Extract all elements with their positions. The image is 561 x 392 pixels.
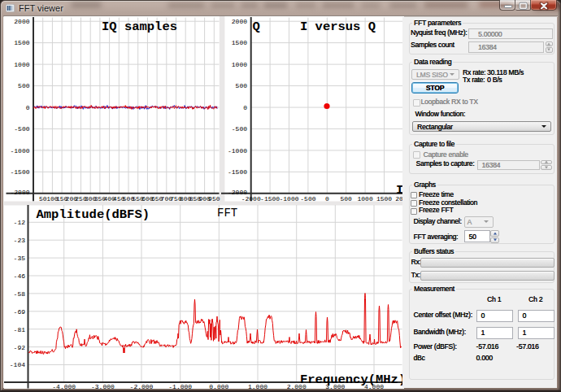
svg-text:500: 500 [340,195,352,203]
svg-text:1500: 1500 [232,39,247,46]
svg-text:-46: -46 [14,272,26,280]
svg-text:-3.000: -3.000 [91,383,115,390]
svg-text:-1.000: -1.000 [168,383,192,390]
svg-text:-1000: -1000 [279,195,298,203]
svg-text:-58: -58 [14,290,26,298]
svg-text:0: 0 [325,195,329,203]
svg-text:FFT: FFT [217,207,237,220]
svg-text:-2000: -2000 [10,189,29,196]
svg-text:-35: -35 [14,255,26,262]
svg-text:-81: -81 [14,326,26,333]
svg-text:-1000: -1000 [10,147,29,155]
svg-text:0.000: 0.000 [209,383,228,390]
svg-text:1000: 1000 [357,195,372,203]
svg-text:-500: -500 [14,125,29,133]
svg-text:950: 950 [208,195,220,203]
svg-text:1000: 1000 [232,61,247,68]
svg-text:-1500: -1500 [260,195,280,203]
svg-text:1500: 1500 [376,195,392,203]
svg-text:1000: 1000 [14,61,29,68]
svg-text:2000: 2000 [232,18,247,25]
svg-text:1500: 1500 [14,39,29,46]
svg-text:-1500: -1500 [228,168,247,176]
svg-text:0: 0 [26,104,30,111]
svg-text:-1000: -1000 [228,147,247,155]
svg-text:-2000: -2000 [241,195,261,203]
svg-text:IQ samples: IQ samples [102,20,177,34]
svg-text:1.000: 1.000 [248,383,267,390]
svg-text:-92: -92 [14,344,26,351]
svg-text:-12: -12 [14,219,26,226]
svg-text:-2.000: -2.000 [130,383,154,390]
svg-text:-104: -104 [10,361,25,368]
svg-text:-23: -23 [14,237,26,244]
svg-text:500: 500 [236,82,248,89]
svg-text:-4.000: -4.000 [52,383,76,390]
svg-text:-1500: -1500 [10,168,29,176]
svg-text:Q: Q [253,20,260,34]
svg-text:500: 500 [18,82,30,89]
svg-text:2000: 2000 [14,18,29,25]
svg-text:I versus Q: I versus Q [300,20,376,34]
svg-text:-69: -69 [14,308,26,316]
svg-text:-500: -500 [300,195,315,203]
svg-text:0: 0 [243,104,247,111]
svg-text:Frequency(MHz): Frequency(MHz) [300,372,404,387]
svg-text:Amplitude(dBFS): Amplitude(dBFS) [37,207,150,222]
svg-text:-500: -500 [232,125,247,133]
